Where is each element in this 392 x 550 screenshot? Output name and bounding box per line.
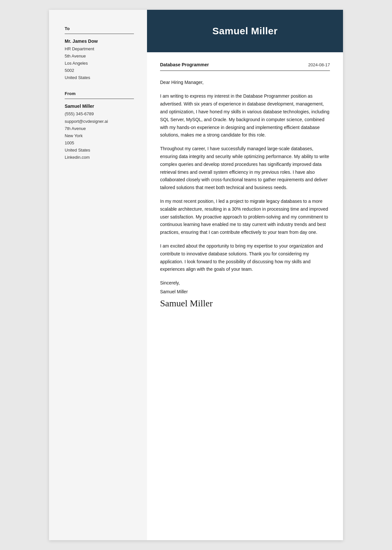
recipient-name: Mr. James Dow <box>65 39 134 44</box>
letter-paragraph-4: I am excited about the opportunity to br… <box>160 242 330 273</box>
to-label: To <box>65 26 134 31</box>
letter-signed-name: Samuel Miller <box>160 289 330 294</box>
sender-city: New York <box>65 132 134 139</box>
letter-paragraph-2: Throughout my career, I have successfull… <box>160 145 330 192</box>
recipient-department: HR Department <box>65 45 134 53</box>
from-section: From Samuel Miller (555) 345-6789 suppor… <box>65 91 134 161</box>
sender-email: support@cvdesigner.ai <box>65 118 134 125</box>
letter-signature: Samuel Miller <box>160 298 330 309</box>
header-banner: Samuel Miller <box>147 10 343 52</box>
from-divider <box>65 99 134 99</box>
recipient-city: Los Angeles <box>65 60 134 67</box>
recipient-country: United States <box>65 74 134 81</box>
header-name: Samuel Miller <box>212 25 278 37</box>
from-label: From <box>65 91 134 96</box>
sender-linkedin: Linkedin.com <box>65 154 134 161</box>
letter-paragraph-1: I am writing to express my interest in t… <box>160 92 330 139</box>
job-title: Database Programmer <box>160 62 209 67</box>
letter-greeting: Dear Hiring Manager, <box>160 79 330 86</box>
sender-country: United States <box>65 147 134 154</box>
sender-zip: 1005 <box>65 139 134 147</box>
sender-phone: (555) 345-6789 <box>65 110 134 118</box>
letter-paragraph-3: In my most recent position, I led a proj… <box>160 198 330 236</box>
recipient-street: 5th Avenue <box>65 53 134 60</box>
to-section: To Mr. James Dow HR Department 5th Avenu… <box>65 26 134 81</box>
page-container: To Mr. James Dow HR Department 5th Avenu… <box>49 10 343 540</box>
letter-date: 2024-08-17 <box>308 62 330 67</box>
main-content: Samuel Miller Database Programmer 2024-0… <box>147 10 343 540</box>
recipient-zip: 5002 <box>65 67 134 74</box>
letter-body: Database Programmer 2024-08-17 Dear Hiri… <box>147 52 343 540</box>
sidebar: To Mr. James Dow HR Department 5th Avenu… <box>49 10 147 540</box>
sender-name: Samuel Miller <box>65 104 134 109</box>
sender-street: 7th Avenue <box>65 125 134 132</box>
to-divider <box>65 34 134 34</box>
letter-closing: Sincerely, <box>160 279 330 287</box>
meta-row: Database Programmer 2024-08-17 <box>160 62 330 71</box>
